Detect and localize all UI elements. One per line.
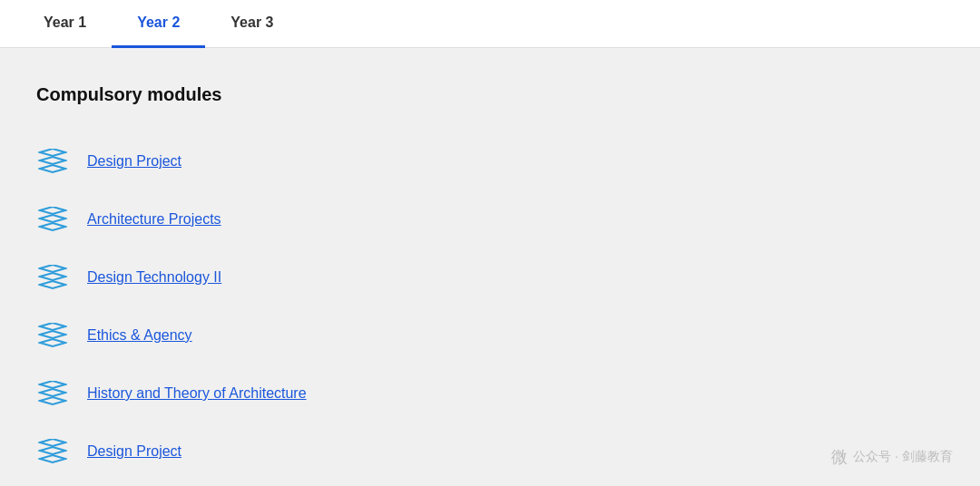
module-item-ethics-agency: Ethics & Agency: [36, 306, 944, 364]
layers-icon: [36, 319, 69, 352]
module-link-design-technology-ii[interactable]: Design Technology II: [87, 269, 221, 286]
module-item-design-project-1: Design Project: [36, 132, 944, 190]
layers-icon: [36, 377, 69, 410]
module-item-design-project-2: Design Project: [36, 423, 944, 481]
watermark-text: 公众号 · 剑藤教育: [853, 449, 953, 465]
layers-icon: [36, 435, 69, 468]
layers-icon: [36, 261, 69, 294]
wechat-icon: 微: [831, 446, 848, 468]
layers-icon: [36, 145, 69, 178]
module-item-architecture-projects: Architecture Projects: [36, 190, 944, 248]
content-area: Compulsory modules Design ProjectArchite…: [0, 48, 980, 486]
layers-icon: [36, 203, 69, 236]
module-list: Design ProjectArchitecture ProjectsDesig…: [36, 132, 944, 481]
module-item-history-theory: History and Theory of Architecture: [36, 364, 944, 423]
section-title: Compulsory modules: [36, 84, 944, 105]
tab-year3[interactable]: Year 3: [205, 0, 299, 48]
module-link-design-project-2[interactable]: Design Project: [87, 443, 181, 460]
tab-year1[interactable]: Year 1: [18, 0, 112, 48]
module-link-design-project-1[interactable]: Design Project: [87, 153, 181, 170]
tab-year2[interactable]: Year 2: [112, 0, 205, 48]
module-link-history-theory[interactable]: History and Theory of Architecture: [87, 385, 307, 402]
watermark: 微 公众号 · 剑藤教育: [831, 446, 953, 468]
module-link-architecture-projects[interactable]: Architecture Projects: [87, 211, 221, 228]
module-link-ethics-agency[interactable]: Ethics & Agency: [87, 327, 192, 344]
tabs-bar: Year 1Year 2Year 3: [0, 0, 980, 48]
module-item-design-technology-ii: Design Technology II: [36, 248, 944, 306]
